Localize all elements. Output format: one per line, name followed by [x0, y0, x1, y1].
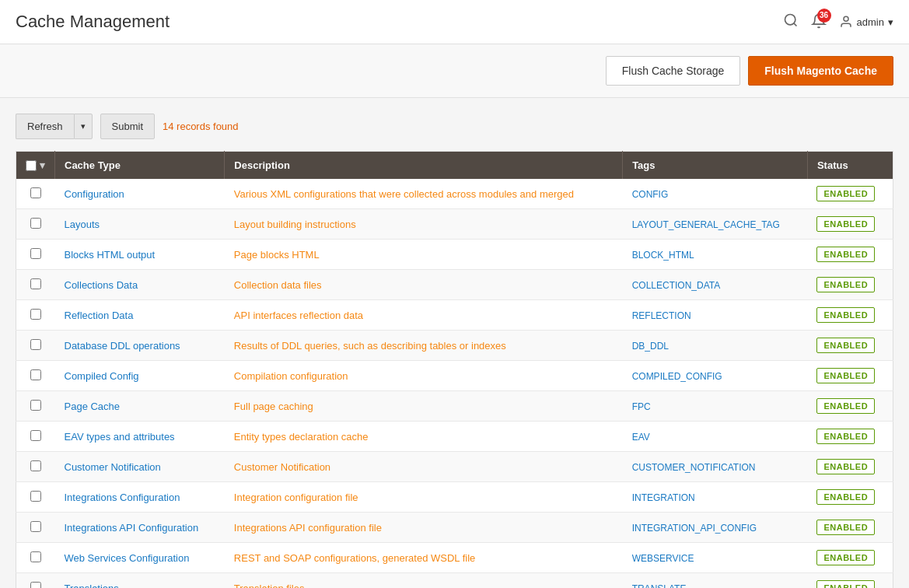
- row-status: ENABLED: [807, 209, 893, 240]
- row-cache-type: Blocks HTML output: [55, 240, 225, 270]
- cache-type-link[interactable]: EAV types and attributes: [65, 431, 175, 443]
- svg-point-2: [844, 16, 848, 21]
- row-status: ENABLED: [807, 573, 893, 589]
- row-checkbox-cell: [16, 513, 55, 543]
- cache-type-link[interactable]: Integrations API Configuration: [65, 522, 199, 534]
- row-checkbox[interactable]: [30, 430, 41, 441]
- page-header: Cache Management 36 admin ▾: [0, 0, 909, 44]
- cache-type-link[interactable]: Reflection Data: [65, 310, 134, 321]
- row-cache-type: Configuration: [55, 179, 225, 209]
- row-description-text: Entity types declaration cache: [234, 431, 369, 443]
- page-title: Cache Management: [16, 12, 170, 32]
- table-row: Reflection Data API interfaces reflectio…: [16, 300, 893, 331]
- row-checkbox-cell: [16, 361, 55, 391]
- row-tag: INTEGRATION_API_CONFIG: [623, 513, 808, 543]
- row-tag-text: LAYOUT_GENERAL_CACHE_TAG: [632, 219, 780, 230]
- row-description: Customer Notification: [225, 452, 623, 482]
- th-arrow[interactable]: ▾: [40, 159, 45, 171]
- submit-button[interactable]: Submit: [100, 114, 155, 139]
- status-badge: ENABLED: [816, 186, 875, 201]
- row-checkbox[interactable]: [30, 551, 41, 562]
- row-description-text: API interfaces reflection data: [234, 310, 363, 321]
- row-description: API interfaces reflection data: [225, 300, 623, 331]
- row-checkbox-cell: [16, 482, 55, 513]
- row-tag-text: COMPILED_CONFIG: [632, 371, 722, 382]
- cache-type-link[interactable]: Layouts: [65, 219, 100, 230]
- table-row: Database DDL operations Results of DDL q…: [16, 331, 893, 361]
- flush-magento-cache-button[interactable]: Flush Magento Cache: [748, 56, 893, 86]
- status-badge: ENABLED: [816, 429, 875, 444]
- row-status: ENABLED: [807, 361, 893, 391]
- cache-type-link[interactable]: Customer Notification: [65, 461, 161, 473]
- row-tag: CUSTOMER_NOTIFICATION: [623, 452, 808, 482]
- row-checkbox[interactable]: [30, 582, 41, 589]
- row-cache-type: Layouts: [55, 209, 225, 240]
- row-tag: TRANSLATE: [623, 573, 808, 589]
- row-tag-text: TRANSLATE: [632, 583, 687, 589]
- row-checkbox[interactable]: [30, 400, 41, 411]
- row-description: Page blocks HTML: [225, 240, 623, 270]
- cache-type-link[interactable]: Collections Data: [65, 279, 138, 291]
- row-cache-type: Compiled Config: [55, 361, 225, 391]
- search-icon[interactable]: [783, 12, 799, 32]
- th-tags: Tags: [623, 152, 808, 180]
- row-description-text: Page blocks HTML: [234, 249, 320, 261]
- table-row: Integrations API Configuration Integrati…: [16, 513, 893, 543]
- row-checkbox[interactable]: [30, 460, 41, 471]
- cache-type-link[interactable]: Blocks HTML output: [65, 249, 156, 261]
- row-checkbox[interactable]: [30, 309, 41, 320]
- cache-type-link[interactable]: Page Cache: [65, 401, 121, 412]
- row-description: Collection data files: [225, 270, 623, 300]
- cache-type-link[interactable]: Configuration: [65, 188, 124, 200]
- row-status: ENABLED: [807, 452, 893, 482]
- th-select-all: ▾: [16, 152, 55, 180]
- flush-cache-storage-button[interactable]: Flush Cache Storage: [606, 56, 741, 86]
- refresh-dropdown-arrow[interactable]: ▾: [74, 114, 93, 139]
- row-cache-type: Database DDL operations: [55, 331, 225, 361]
- cache-type-link[interactable]: Web Services Configuration: [65, 552, 190, 564]
- row-status: ENABLED: [807, 179, 893, 209]
- row-checkbox[interactable]: [30, 218, 41, 229]
- row-description-text: Various XML configurations that were col…: [234, 188, 574, 200]
- th-cache-type: Cache Type: [55, 152, 225, 180]
- notification-bell[interactable]: 36: [811, 13, 827, 31]
- refresh-button[interactable]: Refresh: [16, 114, 74, 139]
- row-checkbox[interactable]: [30, 187, 41, 198]
- main-content: Refresh ▾ Submit 14 records found ▾ Cach…: [0, 98, 909, 588]
- row-description-text: Full page caching: [234, 401, 313, 412]
- row-checkbox-cell: [16, 391, 55, 422]
- row-status: ENABLED: [807, 270, 893, 300]
- status-badge: ENABLED: [816, 520, 875, 535]
- row-tag-text: FPC: [632, 401, 651, 412]
- row-checkbox[interactable]: [30, 248, 41, 259]
- row-checkbox[interactable]: [30, 278, 41, 289]
- row-status: ENABLED: [807, 513, 893, 543]
- cache-type-link[interactable]: Database DDL operations: [65, 340, 180, 352]
- row-checkbox[interactable]: [30, 339, 41, 350]
- row-checkbox[interactable]: [30, 369, 41, 380]
- records-count: 14 records found: [163, 121, 239, 132]
- status-badge: ENABLED: [816, 307, 875, 323]
- status-badge: ENABLED: [816, 580, 875, 588]
- cache-management-table: ▾ Cache Type Description Tags Status Con…: [16, 151, 893, 588]
- row-checkbox[interactable]: [30, 521, 41, 532]
- row-description-text: Layout building instructions: [234, 219, 356, 230]
- admin-user-menu[interactable]: admin ▾: [839, 15, 893, 29]
- table-row: Customer Notification Customer Notificat…: [16, 452, 893, 482]
- table-row: Integrations Configuration Integration c…: [16, 482, 893, 513]
- cache-type-link[interactable]: Translations: [65, 583, 119, 589]
- row-description-text: Compilation configuration: [234, 370, 348, 382]
- row-description: Various XML configurations that were col…: [225, 179, 623, 209]
- row-tag: EAV: [623, 422, 808, 452]
- row-description: Integrations API configuration file: [225, 513, 623, 543]
- cache-type-link[interactable]: Compiled Config: [65, 370, 139, 382]
- row-checkbox-cell: [16, 270, 55, 300]
- row-description: Compilation configuration: [225, 361, 623, 391]
- cache-type-link[interactable]: Integrations Configuration: [65, 492, 180, 503]
- row-description: Entity types declaration cache: [225, 422, 623, 452]
- notification-count: 36: [817, 9, 831, 23]
- table-row: Page Cache Full page caching FPC ENABLED: [16, 391, 893, 422]
- table-row: Translations Translation files TRANSLATE…: [16, 573, 893, 589]
- select-all-checkbox[interactable]: [26, 160, 37, 171]
- row-checkbox[interactable]: [30, 491, 41, 502]
